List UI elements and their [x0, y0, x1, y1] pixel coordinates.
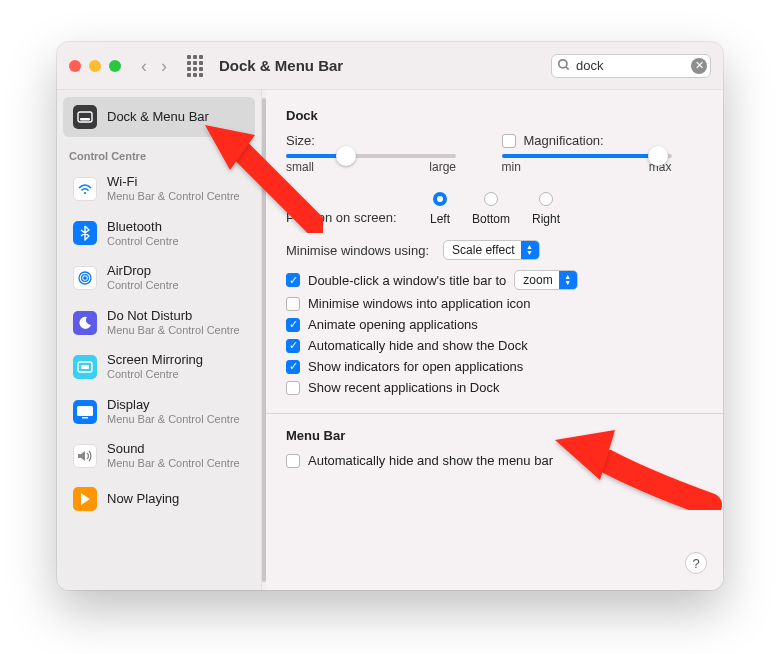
zoom-window[interactable] [109, 60, 121, 72]
doubleclick-action-select[interactable]: zoom ▲▼ [514, 270, 577, 290]
sidebar-item-bluetooth[interactable]: Bluetooth Control Centre [63, 212, 255, 256]
autohide-dock-checkbox[interactable]: ✓ [286, 339, 300, 353]
sidebar-item-label: Screen Mirroring [107, 353, 203, 368]
sidebar-item-dock-menubar[interactable]: Dock & Menu Bar [63, 97, 255, 137]
menubar-section-title: Menu Bar [286, 428, 703, 443]
sidebar-item-dnd[interactable]: Do Not Disturb Menu Bar & Control Centre [63, 301, 255, 345]
section-divider [266, 413, 723, 414]
search-input[interactable] [551, 54, 711, 78]
position-left-label: Left [430, 212, 450, 226]
search-field[interactable]: ✕ [551, 54, 711, 78]
svg-rect-9 [81, 365, 89, 369]
sidebar-item-sublabel: Menu Bar & Control Centre [107, 190, 240, 203]
position-bottom-label: Bottom [472, 212, 510, 226]
sidebar-item-sublabel: Control Centre [107, 279, 179, 292]
display-icon [73, 400, 97, 424]
position-left-radio[interactable] [433, 192, 447, 206]
position-radio-group: Left Bottom Right [430, 192, 560, 226]
moon-icon [73, 311, 97, 335]
now-playing-icon [73, 487, 97, 511]
chevron-updown-icon: ▲▼ [559, 271, 577, 289]
sidebar: Dock & Menu Bar Control Centre Wi-Fi Men… [57, 90, 262, 590]
svg-point-4 [84, 192, 86, 194]
svg-point-7 [84, 277, 86, 279]
sidebar-item-label: Now Playing [107, 492, 179, 507]
size-slider[interactable] [286, 154, 456, 158]
svg-rect-10 [77, 406, 93, 416]
autohide-dock-label: Automatically hide and show the Dock [308, 338, 528, 353]
close-window[interactable] [69, 60, 81, 72]
help-button[interactable]: ? [685, 552, 707, 574]
recent-apps-label: Show recent applications in Dock [308, 380, 500, 395]
sidebar-item-screen-mirroring[interactable]: Screen Mirroring Control Centre [63, 345, 255, 389]
sidebar-item-sublabel: Control Centre [107, 368, 203, 381]
min-into-app-checkbox[interactable] [286, 297, 300, 311]
sidebar-item-display[interactable]: Display Menu Bar & Control Centre [63, 390, 255, 434]
sidebar-item-label: AirDrop [107, 264, 179, 279]
svg-rect-2 [78, 112, 92, 122]
wifi-icon [73, 177, 97, 201]
sidebar-item-label: Bluetooth [107, 220, 179, 235]
position-right-label: Right [532, 212, 560, 226]
mag-min-label: min [502, 160, 521, 174]
sidebar-item-label: Wi-Fi [107, 175, 240, 190]
titlebar: ‹ › Dock & Menu Bar ✕ [57, 42, 723, 90]
clear-search-icon[interactable]: ✕ [691, 58, 707, 74]
sidebar-divider[interactable] [262, 90, 266, 590]
nav-buttons: ‹ › [141, 57, 167, 75]
position-label: Position on screen: [286, 192, 416, 225]
sidebar-item-label: Display [107, 398, 240, 413]
dock-menubar-icon [73, 105, 97, 129]
svg-rect-11 [82, 417, 88, 419]
position-right-radio[interactable] [539, 192, 553, 206]
animate-opening-checkbox[interactable]: ✓ [286, 318, 300, 332]
svg-rect-3 [80, 118, 90, 120]
magnification-checkbox[interactable] [502, 134, 516, 148]
window-title: Dock & Menu Bar [219, 57, 343, 74]
show-all-icon[interactable] [187, 55, 203, 77]
bluetooth-icon [73, 221, 97, 245]
sidebar-item-label: Do Not Disturb [107, 309, 240, 324]
sidebar-item-now-playing[interactable]: Now Playing [63, 479, 255, 519]
speaker-icon [73, 444, 97, 468]
airdrop-icon [73, 266, 97, 290]
dock-section-title: Dock [286, 108, 703, 123]
sidebar-item-sound[interactable]: Sound Menu Bar & Control Centre [63, 434, 255, 478]
forward-button[interactable]: › [161, 57, 167, 75]
traffic-lights [69, 60, 121, 72]
position-bottom-radio[interactable] [484, 192, 498, 206]
content-pane: Dock Size: small large [266, 90, 723, 590]
recent-apps-checkbox[interactable] [286, 381, 300, 395]
svg-point-0 [559, 59, 567, 67]
sidebar-item-airdrop[interactable]: AirDrop Control Centre [63, 256, 255, 300]
minimise-effect-value: Scale effect [452, 243, 514, 257]
minimise-effect-select[interactable]: Scale effect ▲▼ [443, 240, 539, 260]
minimise-using-label: Minimise windows using: [286, 243, 429, 258]
chevron-updown-icon: ▲▼ [521, 241, 539, 259]
autohide-menubar-checkbox[interactable] [286, 454, 300, 468]
preferences-window: ‹ › Dock & Menu Bar ✕ Dock & Menu Bar Co… [57, 42, 723, 590]
animate-opening-label: Animate opening applications [308, 317, 478, 332]
minimize-window[interactable] [89, 60, 101, 72]
indicators-checkbox[interactable]: ✓ [286, 360, 300, 374]
svg-line-1 [566, 66, 569, 69]
back-button[interactable]: ‹ [141, 57, 147, 75]
doubleclick-label: Double-click a window's title bar to [308, 273, 506, 288]
magnification-slider[interactable] [502, 154, 672, 158]
size-slider-knob[interactable] [336, 146, 356, 166]
size-label: Size: [286, 133, 488, 148]
sidebar-item-label: Dock & Menu Bar [107, 110, 209, 125]
sidebar-item-sublabel: Control Centre [107, 235, 179, 248]
sidebar-item-wifi[interactable]: Wi-Fi Menu Bar & Control Centre [63, 167, 255, 211]
screen-mirroring-icon [73, 355, 97, 379]
magnification-label: Magnification: [524, 133, 604, 148]
sidebar-item-label: Sound [107, 442, 240, 457]
magnification-slider-knob[interactable] [648, 146, 668, 166]
autohide-menubar-label: Automatically hide and show the menu bar [308, 453, 553, 468]
size-small-label: small [286, 160, 314, 174]
size-large-label: large [429, 160, 456, 174]
min-into-app-label: Minimise windows into application icon [308, 296, 531, 311]
sidebar-item-sublabel: Menu Bar & Control Centre [107, 324, 240, 337]
doubleclick-checkbox[interactable]: ✓ [286, 273, 300, 287]
sidebar-item-sublabel: Menu Bar & Control Centre [107, 413, 240, 426]
